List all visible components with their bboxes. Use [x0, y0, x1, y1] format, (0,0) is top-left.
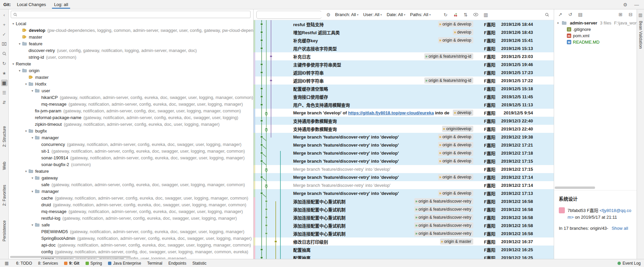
chevron-down-icon[interactable]: ▾	[30, 136, 35, 140]
branch-tree-item-restful-log[interactable]: restful-log(gateway, notification, admin…	[9, 215, 253, 221]
chevron-down-icon[interactable]: ▾	[30, 190, 35, 193]
commit-row[interactable]: Merge branch 'feature/discover-retry' in…	[254, 173, 554, 181]
columns-icon[interactable]: ▥	[482, 11, 489, 18]
sort-icon[interactable]: ⇅	[462, 11, 469, 18]
horizontal-scrollbar[interactable]	[10, 256, 131, 258]
commit-row[interactable]: Merge branch 'feature/discover-retry' in…	[254, 157, 554, 165]
chevron-down-icon[interactable]: ▾	[17, 69, 22, 72]
branch-label[interactable]: »origin & master	[440, 238, 473, 245]
hide-panel-icon[interactable]: ‹	[1, 11, 8, 18]
chevron-down-icon[interactable]: ▾	[23, 169, 29, 173]
rollback-icon[interactable]: ↺	[567, 11, 574, 18]
branch-tree-item-discover-retry[interactable]: discover-retry(user, config, gateway, no…	[9, 47, 253, 54]
tab-log-all[interactable]: Log: all	[50, 0, 72, 9]
branch-tree-item-mq-message[interactable]: mq-message(gateway, notification, admin-…	[9, 101, 253, 107]
commit-row[interactable]: 返回ID转字符串»origin & feature/string-idF嘉阳20…	[254, 76, 554, 85]
branch-label[interactable]: »origin & develop	[438, 190, 473, 196]
chevron-down-icon[interactable]: ▾	[23, 82, 29, 86]
minimize-icon[interactable]: —	[633, 1, 640, 8]
chevron-down-icon[interactable]: ▾	[17, 42, 22, 46]
branch-tree-item-local[interactable]: ▾Local	[9, 20, 253, 27]
changed-file-readme-md[interactable]: MREADME.MD	[554, 39, 637, 45]
commit-row[interactable]: 支持通用参数模糊查询»origin/developF嘉阳2019/12/3 22…	[254, 125, 554, 133]
gear-icon[interactable]: ⚙	[325, 11, 332, 18]
branch-label[interactable]: »origin & develop	[438, 150, 473, 156]
status-tab-spring[interactable]: Spring	[86, 261, 102, 266]
filter-user[interactable]: User: All▾	[363, 12, 382, 17]
branch-label[interactable]: »origin & feature/discover-retry	[414, 206, 473, 212]
branch-label[interactable]: »origin & feature/discover-retry	[414, 214, 473, 220]
window-switcher-icon[interactable]: ▦	[3, 260, 10, 267]
branch-tree-item-master[interactable]: master	[9, 34, 253, 40]
branch-label[interactable]: »origin & develop	[438, 158, 473, 164]
tool-window-tab-2-structure[interactable]: 2: Structure	[2, 126, 7, 147]
tool-window-tab-persistence[interactable]: Persistence	[2, 220, 7, 242]
log-search-input[interactable]	[261, 12, 322, 17]
chevron-down-icon[interactable]: ▾	[555, 21, 560, 25]
status-tab-8-services[interactable]: 8: Services	[38, 261, 58, 266]
status-tab-endpoints[interactable]: Endpoints	[168, 261, 186, 266]
filter-icon[interactable]: ☰	[1, 89, 8, 96]
branch-tree-item-hotfix[interactable]: ▾Hotfix	[9, 81, 253, 87]
branch-tree-item-config[interactable]: config(gateway, notification, admin-serv…	[9, 248, 253, 255]
chevron-down-icon[interactable]: ▾	[11, 22, 16, 25]
branch-tree-item-manager[interactable]: ▾manager	[9, 188, 253, 195]
collapse-all-icon[interactable]: ⊟	[627, 11, 634, 18]
status-tab-statistic[interactable]: Statistic	[192, 261, 206, 266]
branch-tree-item-springbootadmin[interactable]: SpringBootAdmin(gateway, notification, a…	[9, 235, 253, 242]
branch-tree-item-hikaricp[interactable]: hikariCP(gateway, notification, admin-se…	[9, 94, 253, 101]
branch-label[interactable]: »origin & feature/discover-retry	[414, 230, 473, 236]
chevron-down-icon[interactable]: ▾	[30, 176, 35, 180]
search-icon[interactable]	[1, 50, 8, 57]
refresh-icon[interactable]: ↻	[442, 11, 449, 18]
commit-row[interactable]: Merge branch 'feature/discover-retry' in…	[254, 189, 554, 197]
gear-icon[interactable]: ⚙	[622, 1, 629, 8]
branch-label[interactable]: »origin & develop	[438, 21, 473, 27]
commit-hash[interactable]: 7bfabd53	[568, 208, 586, 213]
commit-row[interactable]: 修改日志打印级别»origin & masterF嘉阳2019/12/2 16:…	[254, 237, 554, 246]
branch-label[interactable]: »develop	[453, 29, 473, 35]
branch-label[interactable]: »origin & develop	[438, 142, 473, 148]
branch-tree-item-reformat-package-name[interactable]: reformat-package-name(gateway, notificat…	[9, 114, 253, 121]
chevron-down-icon[interactable]: ▾	[30, 89, 35, 93]
status-tab-6-todo[interactable]: 6: TODO	[16, 261, 32, 266]
changed-file-gitignore[interactable]: i.gitignore	[554, 26, 637, 33]
tab-local-changes[interactable]: Local Changes	[13, 0, 50, 9]
changed-files-root[interactable]: ▾ admin-server 3 files F:\java_worksp	[554, 19, 637, 26]
branch-tree-item-zipkin-timeout[interactable]: zipkin-timeout(gateway, notification, ad…	[9, 121, 253, 127]
status-tab-9-git[interactable]: 9: Git	[64, 261, 79, 266]
tool-window-tab-bean-validation[interactable]: Bean Validation	[638, 21, 643, 49]
branch-label[interactable]: »origin/develop	[442, 126, 473, 132]
branch-tree-item-bugfix[interactable]: ▾bugfix	[9, 127, 253, 134]
group-by-icon[interactable]: ▤	[577, 11, 584, 18]
commit-row[interactable]: 配置抽离F嘉阳2019/12/2 16:25	[254, 254, 554, 259]
status-event-log[interactable]: Event Log	[618, 261, 641, 266]
branch-label[interactable]: »develop	[453, 110, 473, 116]
branch-tree-item-pbewithmd5[interactable]: PBEWithMD5(gateway, notification, admin-…	[9, 228, 253, 235]
branch-tree-item-string-id[interactable]: string-id(user, common)	[9, 54, 253, 60]
commit-row[interactable]: 添加连接配置中心重试机制»origin & feature/discover-r…	[254, 221, 554, 229]
branch-tree-item-safe[interactable]: safe(gateway, notification, admin-server…	[9, 181, 253, 188]
commit-row[interactable]: resful 登陆支持»origin & developF嘉阳2019/12/6…	[254, 20, 554, 28]
delete-branch-icon[interactable]: ⌧	[1, 41, 8, 47]
commit-row[interactable]: 添加连接配置中心重试机制»origin & feature/discover-r…	[254, 197, 554, 205]
tool-window-tab-web[interactable]: Web	[2, 162, 7, 170]
branch-tree-item-druid[interactable]: druid(gateway, notification, admin-serve…	[9, 201, 253, 208]
branch-tree-item-master[interactable]: master	[9, 74, 253, 81]
filter-date[interactable]: Date: All▾	[387, 12, 406, 17]
commit-row[interactable]: 添加连接配置中心重试机制»origin & feature/discover-r…	[254, 205, 554, 213]
branch-search-input[interactable]	[19, 12, 248, 17]
commit-row[interactable]: 配置缓存清空策略F嘉阳2019/12/5 15:18	[254, 85, 554, 93]
checkout-icon[interactable]: ✓	[1, 31, 8, 38]
commit-row[interactable]: 补充缓存key»origin & developF嘉阳2019/12/6 15:…	[254, 36, 554, 44]
branch-tree-item-develop[interactable]: develop(pw-cloud-dependencies, logging, …	[9, 27, 253, 34]
commit-row[interactable]: 主键传参使用字符串类型F嘉阳2019/12/5 19:46	[254, 60, 554, 68]
commit-row[interactable]: Merge branch 'develop' of https://gitlab…	[254, 109, 554, 117]
branch-tree-item-cache[interactable]: cache(gateway, notification, admin-serve…	[9, 195, 253, 201]
commit-message-link[interactable]: https://gitlab.fjy8018.top/pw-cloud/eure…	[348, 110, 434, 115]
cherry-pick-icon[interactable]	[452, 11, 459, 18]
commit-row[interactable]: 用户、角色支持通用模糊查询F嘉阳2019/12/5 11:13	[254, 101, 554, 109]
favorite-icon[interactable]: ★	[1, 70, 8, 76]
refresh-icon[interactable]: ↻	[1, 60, 8, 67]
commit-row[interactable]: 用户状态接收字符类型F嘉阳2019/12/6 15:13	[254, 44, 554, 52]
